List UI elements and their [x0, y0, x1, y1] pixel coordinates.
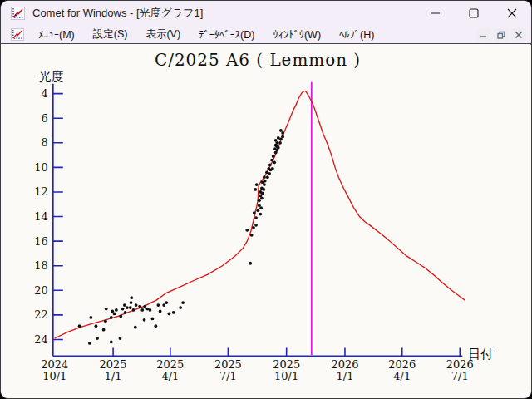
x-tick-label-year: 2026: [388, 358, 416, 371]
observation-point: [130, 296, 133, 299]
observation-point: [253, 211, 256, 214]
observation-point: [254, 188, 257, 191]
observation-point: [104, 319, 107, 323]
menu-item-2[interactable]: 設定(S): [84, 26, 137, 43]
minimize-button[interactable]: [416, 1, 455, 26]
x-tick-label-year: 2026: [446, 358, 474, 371]
app-window: Comet for Windows - [光度グラフ1]: [0, 0, 532, 399]
menu-item-3[interactable]: 表示(V): [136, 26, 190, 43]
menu-bar: ﾒﾆｭｰ(M)設定(S)表示(V)ﾃﾞｰﾀﾍﾞｰｽ(D)ｳｨﾝﾄﾞｳ(W)ﾍﾙﾌ…: [1, 26, 531, 44]
mdi-restore-icon: [497, 31, 505, 39]
x-tick-label-year: 2025: [273, 358, 300, 371]
x-tick-label-year: 2025: [100, 358, 127, 371]
observation-point: [279, 129, 283, 132]
observation-point: [119, 315, 122, 318]
observation-point: [281, 135, 284, 139]
observation-point: [271, 167, 274, 170]
x-tick-label-date: 10/1: [274, 370, 298, 382]
observation-point: [261, 192, 264, 195]
observation-point: [281, 131, 284, 135]
x-tick-label-date: 4/1: [393, 370, 411, 382]
chart-area: C/2025 A6 ( Lemmon )光度日付4681012141618202…: [1, 45, 531, 398]
observation-point: [149, 308, 152, 312]
observation-point: [254, 216, 258, 219]
observation-point: [266, 175, 269, 179]
chart-title: C/2025 A6 ( Lemmon ): [155, 51, 361, 70]
x-tick-label-year: 2025: [156, 358, 184, 371]
observation-point: [273, 161, 276, 165]
observation-point: [110, 341, 113, 344]
observation-point: [88, 342, 91, 345]
minimize-icon: [431, 8, 441, 18]
x-tick-label-date: 10/1: [42, 370, 66, 382]
comet-lightcurve-chart-icon: [11, 7, 25, 20]
observation-point: [167, 313, 170, 316]
observation-point: [179, 306, 182, 309]
y-axis-title: 光度: [39, 69, 64, 84]
observation-point: [256, 209, 259, 212]
observation-point: [254, 224, 258, 227]
menu-item-5[interactable]: ｳｨﾝﾄﾞｳ(W): [264, 26, 330, 43]
menu-item-4[interactable]: ﾃﾞｰﾀﾍﾞｰｽ(D): [190, 26, 264, 43]
menu-items: ﾒﾆｭｰ(M)設定(S)表示(V)ﾃﾞｰﾀﾍﾞｰｽ(D)ｳｨﾝﾄﾞｳ(W)ﾍﾙﾌ…: [29, 26, 476, 43]
y-tick-label: 18: [34, 259, 47, 272]
observation-point: [250, 234, 254, 237]
observation-point: [277, 146, 280, 150]
observation-point: [268, 163, 272, 166]
observation-point: [113, 313, 116, 316]
x-tick-label-date: 4/1: [161, 370, 179, 382]
observation-point: [268, 172, 271, 175]
menu-item-6[interactable]: ﾍﾙﾌﾟ(H): [330, 26, 383, 43]
mdi-child-system-menu-icon[interactable]: [11, 28, 24, 41]
observation-point: [255, 183, 259, 186]
x-tick-label-date: 1/1: [337, 370, 354, 382]
y-tick-label: 6: [42, 112, 48, 125]
observation-point: [105, 308, 108, 311]
observation-point: [165, 301, 168, 304]
y-tick-label: 22: [34, 308, 47, 321]
observation-point: [119, 337, 122, 340]
observation-point: [156, 303, 160, 307]
observation-point: [134, 326, 137, 329]
observation-point: [102, 328, 106, 332]
observation-point: [78, 324, 81, 328]
observation-point: [181, 301, 185, 304]
observation-point: [275, 141, 278, 145]
maximize-button[interactable]: [455, 1, 493, 26]
mdi-minimize-button[interactable]: [476, 28, 491, 42]
observation-point: [262, 188, 265, 191]
y-tick-label: 20: [34, 284, 47, 297]
y-tick-label: 8: [42, 136, 48, 149]
observation-point: [154, 324, 157, 328]
observation-point: [259, 206, 263, 209]
observation-point: [162, 303, 165, 307]
observation-point: [130, 301, 133, 304]
x-tick-label-date: 7/1: [451, 370, 469, 382]
observation-point: [123, 303, 126, 307]
observation-point: [245, 229, 249, 232]
mdi-restore-button[interactable]: [494, 28, 509, 42]
close-button[interactable]: [493, 1, 531, 26]
close-icon: [507, 8, 517, 18]
observation-point: [143, 305, 146, 308]
y-tick-label: 12: [34, 185, 47, 198]
observation-point: [132, 308, 135, 312]
observation-point: [95, 324, 98, 328]
title-bar: Comet for Windows - [光度グラフ1]: [1, 1, 531, 26]
observation-point: [115, 308, 118, 312]
window-title: Comet for Windows - [光度グラフ1]: [32, 6, 416, 21]
observation-point: [96, 337, 99, 340]
y-tick-label: 24: [34, 333, 47, 346]
observation-point: [270, 159, 273, 162]
observation-point: [252, 226, 255, 229]
menu-item-1[interactable]: ﾒﾆｭｰ(M): [29, 26, 84, 43]
observation-point: [272, 155, 275, 158]
observation-point: [249, 262, 252, 265]
observation-point: [143, 318, 146, 322]
x-tick-label-date: 7/1: [219, 370, 237, 382]
mdi-close-icon: [515, 31, 523, 39]
observation-point: [129, 306, 132, 309]
mdi-close-button[interactable]: [511, 28, 526, 42]
observation-point: [258, 204, 261, 207]
observation-point: [121, 308, 125, 311]
